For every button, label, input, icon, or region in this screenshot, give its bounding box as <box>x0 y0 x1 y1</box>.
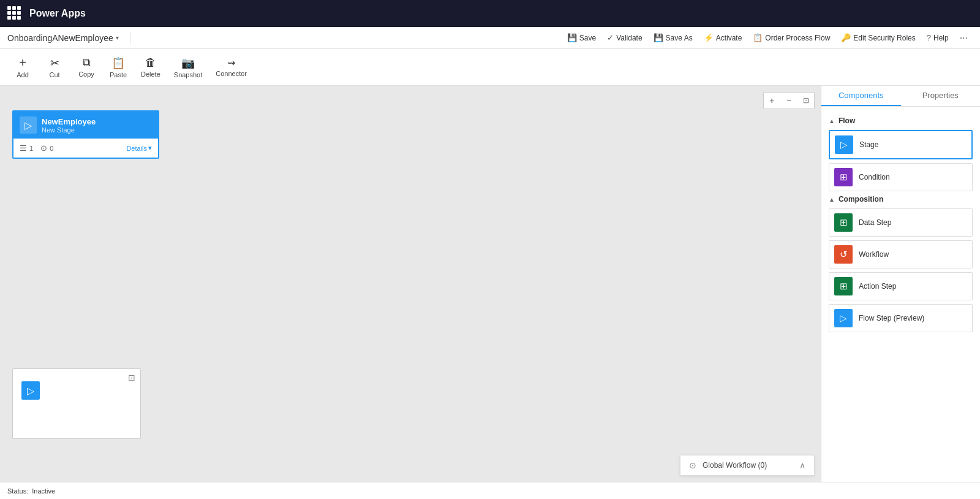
action-step-comp-icon: ⊞ <box>834 277 853 295</box>
add-icon: + <box>19 56 26 70</box>
add-button[interactable]: + Add <box>7 53 38 81</box>
mini-stage-card[interactable]: ▷ ⊡ <box>12 368 141 439</box>
stage-meta: ☰ 1 ⊙ 0 <box>20 143 53 153</box>
tab-properties[interactable]: Properties <box>901 86 981 106</box>
steps-count: ☰ 1 <box>20 143 33 153</box>
details-chevron: ▾ <box>148 144 152 152</box>
steps-icon: ☰ <box>20 143 27 153</box>
toolbar: + Add ✂ Cut ⧉ Copy 📋 Paste 🗑 Delete 📷 Sn… <box>0 49 980 86</box>
conditions-value: 0 <box>50 145 53 152</box>
canvas[interactable]: + − ⊡ ▷ NewEmployee New Stage ☰ 1 <box>0 86 821 482</box>
copy-label: Copy <box>78 70 94 78</box>
component-stage[interactable]: ▷ Stage <box>829 130 973 159</box>
delete-icon: 🗑 <box>145 56 156 69</box>
security-roles-icon: 🔑 <box>841 33 851 42</box>
flow-step-comp-icon: ▷ <box>834 309 853 327</box>
save-as-button[interactable]: 💾 Save As <box>649 31 698 45</box>
workflow-comp-icon: ↺ <box>834 245 853 264</box>
condition-comp-icon: ⊞ <box>834 168 853 186</box>
status-label: Status: <box>7 487 28 495</box>
help-icon: ? <box>927 33 931 42</box>
composition-section-header: ▲ Composition <box>829 195 973 204</box>
zoom-in-button[interactable]: + <box>764 93 780 109</box>
ribbon-separator <box>130 32 130 44</box>
save-as-label: Save As <box>666 34 693 42</box>
save-as-icon: 💾 <box>654 33 663 42</box>
snapshot-button[interactable]: 📷 Snapshot <box>168 54 208 81</box>
mini-expand-icon[interactable]: ⊡ <box>128 373 135 383</box>
right-panel: Components Properties ▲ Flow ▷ Stage ⊞ C… <box>821 86 980 482</box>
conditions-icon: ⊙ <box>40 143 47 153</box>
component-workflow[interactable]: ↺ Workflow <box>829 240 973 269</box>
snapshot-label: Snapshot <box>174 71 202 78</box>
global-workflow-icon: ⊙ <box>689 460 696 470</box>
connector-label: Connector <box>216 70 247 77</box>
component-condition[interactable]: ⊞ Condition <box>829 163 973 191</box>
composition-collapse-icon[interactable]: ▲ <box>829 196 835 203</box>
cut-button[interactable]: ✂ Cut <box>39 54 70 81</box>
zoom-out-button[interactable]: − <box>781 93 797 109</box>
component-action-step[interactable]: ⊞ Action Step <box>829 272 973 300</box>
zoom-controls: + − ⊡ <box>763 92 815 109</box>
save-icon: 💾 <box>567 33 577 42</box>
ribbon-actions: 💾 Save ✓ Validate 💾 Save As ⚡ Activate 📋… <box>562 30 973 46</box>
security-roles-button[interactable]: 🔑 Edit Security Roles <box>836 31 920 45</box>
component-flow-step[interactable]: ▷ Flow Step (Preview) <box>829 304 973 332</box>
cut-icon: ✂ <box>50 56 59 70</box>
details-label: Details <box>126 145 147 152</box>
order-process-button[interactable]: 📋 Order Process Flow <box>748 31 835 45</box>
ribbon: OnboardingANewEmployee ▾ 💾 Save ✓ Valida… <box>0 27 980 49</box>
stage-card-body: ☰ 1 ⊙ 0 Details ▾ <box>13 139 158 158</box>
stage-card-title: NewEmployee <box>42 117 96 126</box>
composition-section-title: Composition <box>839 195 883 204</box>
component-data-step[interactable]: ⊞ Data Step <box>829 208 973 237</box>
app-title: Power Apps <box>29 8 86 19</box>
activate-button[interactable]: ⚡ Activate <box>699 31 747 45</box>
stage-card-subtitle: New Stage <box>42 126 96 134</box>
validate-button[interactable]: ✓ Validate <box>602 31 647 45</box>
security-roles-label: Edit Security Roles <box>853 34 915 42</box>
save-label: Save <box>579 34 596 42</box>
connector-icon: ⇝ <box>227 57 235 69</box>
stage-card-header: ▷ NewEmployee New Stage <box>13 112 158 139</box>
delete-label: Delete <box>141 70 160 78</box>
order-process-icon: 📋 <box>753 33 763 42</box>
panel-body: ▲ Flow ▷ Stage ⊞ Condition ▲ Composition… <box>821 107 980 482</box>
paste-icon: 📋 <box>111 56 125 70</box>
flow-step-comp-label: Flow Step (Preview) <box>859 314 924 322</box>
status-bar: Status: Inactive <box>0 482 980 499</box>
app-breadcrumb: OnboardingANewEmployee ▾ <box>7 33 119 43</box>
main-area: + − ⊡ ▷ NewEmployee New Stage ☰ 1 <box>0 86 980 482</box>
flow-section-header: ▲ Flow <box>829 116 973 125</box>
action-step-comp-label: Action Step <box>859 282 896 291</box>
stage-card[interactable]: ▷ NewEmployee New Stage ☰ 1 ⊙ 0 <box>12 110 159 159</box>
copy-button[interactable]: ⧉ Copy <box>71 54 102 80</box>
apps-grid-icon[interactable] <box>7 6 22 21</box>
stage-card-icon: ▷ <box>20 116 37 134</box>
tab-components[interactable]: Components <box>821 86 901 106</box>
details-button[interactable]: Details ▾ <box>126 144 152 152</box>
flow-collapse-icon[interactable]: ▲ <box>829 118 835 124</box>
data-step-comp-label: Data Step <box>859 218 891 227</box>
workflow-comp-label: Workflow <box>859 250 889 259</box>
app-breadcrumb-label: OnboardingANewEmployee <box>7 33 113 43</box>
help-button[interactable]: ? Help <box>922 31 954 45</box>
validate-icon: ✓ <box>607 33 614 42</box>
activate-label: Activate <box>716 34 742 42</box>
save-button[interactable]: 💾 Save <box>562 31 601 45</box>
stage-card-info: NewEmployee New Stage <box>42 117 96 134</box>
condition-comp-label: Condition <box>859 173 890 181</box>
global-workflow-chevron[interactable]: ∧ <box>799 460 805 470</box>
mini-stage-icon: ▷ <box>21 381 40 400</box>
snapshot-icon: 📷 <box>181 56 195 70</box>
delete-button[interactable]: 🗑 Delete <box>135 54 167 80</box>
more-options-icon[interactable]: ··· <box>955 30 973 46</box>
breadcrumb-chevron[interactable]: ▾ <box>116 34 119 41</box>
panel-tabs: Components Properties <box>821 86 980 107</box>
paste-button[interactable]: 📋 Paste <box>103 54 134 81</box>
stage-comp-label: Stage <box>859 140 878 149</box>
flow-section-title: Flow <box>839 116 855 125</box>
connector-button[interactable]: ⇝ Connector <box>209 55 253 80</box>
top-bar: Power Apps <box>0 0 980 27</box>
fit-button[interactable]: ⊡ <box>798 93 814 109</box>
